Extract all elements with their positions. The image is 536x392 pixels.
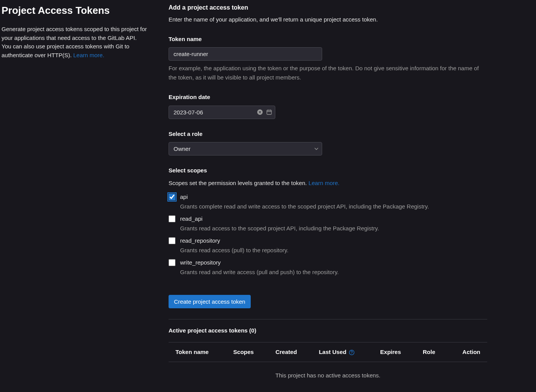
scope-row: apiGrants complete read and write access… (169, 193, 487, 211)
sidebar-desc-1: Generate project access tokens scoped to… (2, 25, 149, 42)
empty-state: This project has no active access tokens… (169, 362, 487, 389)
scope-row: write_repositoryGrants read and write ac… (169, 258, 487, 276)
scope-desc: Grants complete read and write access to… (180, 202, 487, 211)
learn-more-link[interactable]: Learn more. (73, 52, 104, 58)
token-name-help: For example, the application using the t… (169, 64, 487, 82)
svg-rect-1 (267, 110, 271, 114)
scope-checkbox-read_api[interactable] (169, 215, 175, 222)
expiration-date-label: Expiration date (169, 93, 487, 102)
scope-checkbox-api[interactable] (169, 194, 175, 200)
scope-name: read_repository (180, 237, 487, 245)
scopes-learn-more-link[interactable]: Learn more. (308, 180, 339, 186)
scope-desc: Grants read access to the scoped project… (180, 224, 487, 233)
calendar-icon[interactable] (266, 109, 272, 115)
form-intro: Enter the name of your application, and … (169, 15, 487, 24)
scope-row: read_repositoryGrants read access (pull)… (169, 237, 487, 255)
form-heading: Add a project access token (169, 3, 487, 12)
sidebar-desc-2: You can also use project access tokens w… (2, 42, 149, 60)
scope-desc: Grants read and write access (pull and p… (180, 268, 487, 277)
scope-checkbox-read_repository[interactable] (169, 237, 175, 244)
page-title: Project Access Tokens (2, 3, 149, 18)
active-tokens-title: Active project access tokens (0) (169, 326, 487, 335)
col-expires: Expires (373, 342, 416, 362)
col-scopes: Scopes (227, 342, 269, 362)
role-label: Select a role (169, 130, 487, 139)
scopes-desc: Scopes set the permission levels granted… (169, 179, 487, 188)
col-action: Action (448, 342, 487, 362)
token-name-input[interactable] (169, 47, 322, 61)
clear-icon[interactable] (257, 109, 263, 115)
active-tokens-table: Token name Scopes Created Last Used Expi… (169, 342, 487, 362)
divider (169, 319, 487, 319)
scope-row: read_apiGrants read access to the scoped… (169, 215, 487, 233)
scope-desc: Grants read access (pull) to the reposit… (180, 246, 487, 255)
role-select[interactable]: Owner (169, 142, 322, 155)
col-token-name: Token name (169, 342, 227, 362)
col-role: Role (416, 342, 448, 362)
create-token-button[interactable]: Create project access token (169, 295, 251, 308)
token-name-label: Token name (169, 35, 487, 44)
scope-name: read_api (180, 215, 487, 223)
scopes-label: Select scopes (169, 166, 487, 175)
scope-name: write_repository (180, 258, 487, 267)
scope-checkbox-write_repository[interactable] (169, 259, 175, 266)
scope-name: api (180, 193, 487, 202)
help-icon[interactable] (349, 349, 355, 356)
sidebar: Project Access Tokens Generate project a… (2, 3, 153, 389)
col-last-used: Last Used (312, 342, 373, 362)
main-content: Add a project access token Enter the nam… (169, 3, 487, 389)
col-created: Created (268, 342, 312, 362)
